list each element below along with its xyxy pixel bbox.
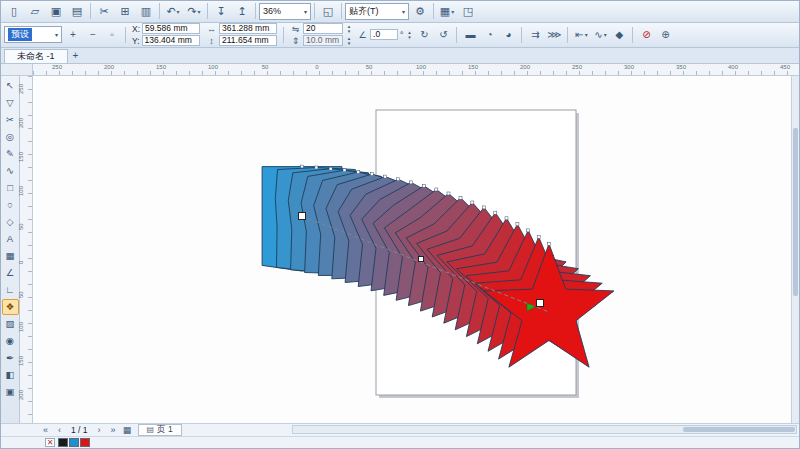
node-handle[interactable] — [315, 166, 318, 169]
node-handle[interactable] — [384, 175, 387, 178]
snap-target-button[interactable]: ⊕ — [656, 26, 674, 44]
interactive-fill-tool[interactable]: ▣ — [2, 384, 19, 400]
node-handle[interactable] — [343, 168, 346, 171]
horizontal-scrollbar[interactable] — [292, 425, 797, 434]
zoom-level-combo[interactable]: 36%▾ — [259, 3, 311, 20]
next-page-button[interactable]: › — [93, 424, 106, 436]
corel-connect-button[interactable]: ◳ — [458, 2, 478, 20]
remove-preset-button[interactable]: − — [84, 26, 102, 44]
node-handle[interactable] — [494, 211, 497, 214]
color-eyedropper-tool[interactable]: ◉ — [2, 333, 19, 349]
direct-blend-button[interactable]: ▬ — [461, 26, 479, 44]
node-handle[interactable] — [370, 172, 373, 175]
connector-tool[interactable]: ∟ — [2, 282, 19, 298]
first-page-button[interactable]: « — [39, 424, 52, 436]
swatch-red[interactable] — [80, 438, 90, 447]
shape-tool[interactable]: ▽ — [2, 95, 19, 111]
clear-blend-button[interactable]: ⊘ — [637, 26, 655, 44]
rectangle-tool[interactable]: □ — [2, 180, 19, 196]
blend-tool[interactable]: ❖ — [2, 299, 19, 315]
node-handle[interactable] — [329, 167, 332, 170]
spin-down-icon[interactable]: ▾ — [345, 41, 353, 46]
document-tab[interactable]: 未命名 -1 — [4, 49, 68, 63]
transparency-tool[interactable]: ▨ — [2, 316, 19, 332]
node-handle[interactable] — [471, 201, 474, 204]
copy-blend-properties-button[interactable]: ◆ — [610, 26, 628, 44]
node-handle[interactable] — [548, 242, 551, 245]
node-handle[interactable] — [516, 222, 519, 225]
vertical-scrollbar[interactable] — [791, 76, 799, 423]
direction-spinner[interactable]: ▴▾ — [405, 30, 413, 40]
outline-pen-tool[interactable]: ✒ — [2, 350, 19, 366]
import-button[interactable]: ↧ — [211, 2, 231, 20]
y-position-input[interactable]: 136.404 mm — [142, 35, 200, 46]
export-button[interactable]: ↥ — [232, 2, 252, 20]
loop-blend-button[interactable]: ↺ — [434, 26, 452, 44]
blend-spacing-input[interactable]: 10.0 mm — [303, 35, 343, 46]
node-handle[interactable] — [537, 235, 540, 238]
polygon-tool[interactable]: ◇ — [2, 214, 19, 230]
freehand-tool[interactable]: ✎ — [2, 146, 19, 162]
prev-page-button[interactable]: ‹ — [53, 424, 66, 436]
swatch-blue[interactable] — [69, 438, 79, 447]
spin-down-icon[interactable]: ▾ — [405, 35, 413, 40]
open-document-button[interactable]: ▱ — [25, 2, 45, 20]
preset-combo[interactable]: 预设 ▾ — [4, 26, 62, 43]
paste-button[interactable]: ▥ — [136, 2, 156, 20]
selection-handle[interactable] — [537, 299, 544, 306]
blend-steps-input[interactable]: 20 — [303, 23, 343, 34]
dimension-tool[interactable]: ∠ — [2, 265, 19, 281]
blend-direction-input[interactable]: .0 — [370, 29, 398, 40]
start-end-objects-button[interactable]: ⇤▾ — [572, 26, 590, 44]
snap-to-combo[interactable]: 贴齐(T)▾ — [345, 3, 409, 20]
node-handle[interactable] — [397, 177, 400, 180]
redo-button[interactable]: ↷▾ — [184, 2, 204, 20]
last-page-button[interactable]: » — [107, 424, 120, 436]
counterclockwise-blend-button[interactable]: ◕ — [499, 26, 517, 44]
path-properties-button[interactable]: ∿▾ — [591, 26, 609, 44]
spacing-spinner[interactable]: ▴▾ — [345, 36, 353, 46]
x-position-input[interactable]: 59.586 mm — [142, 23, 200, 34]
print-document-button[interactable]: ▤ — [67, 2, 87, 20]
crop-tool[interactable]: ✂ — [2, 112, 19, 128]
fill-tool[interactable]: ◧ — [2, 367, 19, 383]
vertical-scroll-thumb[interactable] — [793, 128, 798, 296]
acceleration-sizing-button[interactable]: ⋙ — [545, 26, 563, 44]
node-handle[interactable] — [459, 196, 462, 199]
page-sorter-button[interactable]: ▦ — [121, 424, 134, 436]
steps-spinner[interactable]: ▴▾ — [345, 24, 353, 34]
drawing-canvas[interactable] — [33, 76, 791, 423]
ellipse-tool[interactable]: ○ — [2, 197, 19, 213]
page-tab[interactable]: ▤ 页 1 — [138, 424, 182, 436]
node-handle[interactable] — [301, 165, 304, 168]
object-color-acceleration-button[interactable]: ⇉ — [526, 26, 544, 44]
node-handle[interactable] — [482, 205, 485, 208]
node-handle[interactable] — [410, 180, 413, 183]
node-handle[interactable] — [527, 228, 530, 231]
copy-button[interactable]: ⊞ — [115, 2, 135, 20]
node-handle[interactable] — [422, 184, 425, 187]
swatch-black[interactable] — [58, 438, 68, 447]
node-handle[interactable] — [435, 188, 438, 191]
selection-handle[interactable] — [419, 256, 424, 261]
new-document-button[interactable]: ▯ — [4, 2, 24, 20]
node-handle[interactable] — [447, 192, 450, 195]
new-document-tab-button[interactable]: + — [68, 49, 84, 63]
spin-down-icon[interactable]: ▾ — [345, 29, 353, 34]
options-button[interactable]: ⚙ — [410, 2, 430, 20]
add-preset-button[interactable]: + — [64, 26, 82, 44]
application-launcher-button[interactable]: ▦▾ — [437, 2, 457, 20]
clockwise-blend-button[interactable]: ◔ — [480, 26, 498, 44]
vertical-ruler[interactable]: 25020015010050050100150200 — [20, 76, 33, 423]
save-document-button[interactable]: ▣ — [46, 2, 66, 20]
cut-button[interactable]: ✂ — [94, 2, 114, 20]
apply-preset-button[interactable]: ▫ — [103, 26, 121, 44]
selection-handle[interactable] — [299, 212, 306, 219]
pick-tool[interactable]: ↖ — [2, 78, 19, 94]
height-input[interactable]: 211.654 mm — [219, 35, 277, 46]
node-handle[interactable] — [357, 170, 360, 173]
full-screen-preview-button[interactable]: ◱ — [318, 2, 338, 20]
node-handle[interactable] — [505, 216, 508, 219]
ruler-origin[interactable] — [1, 64, 33, 75]
undo-button[interactable]: ↶▾ — [163, 2, 183, 20]
